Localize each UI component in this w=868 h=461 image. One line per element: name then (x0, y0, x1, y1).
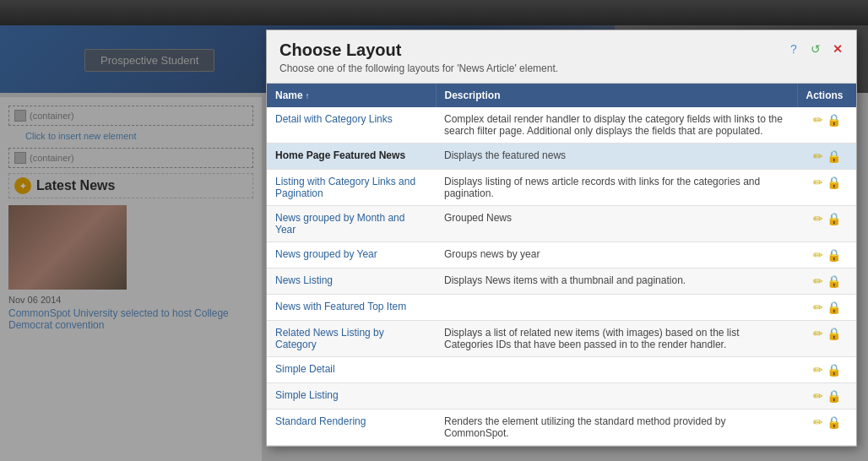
edit-icon[interactable]: ✏ (813, 327, 823, 340)
copy-icon[interactable]: 🔒 (827, 212, 841, 225)
edit-icon[interactable]: ✏ (813, 389, 823, 403)
layout-actions-cell: ✏🔒 (797, 357, 856, 383)
table-row[interactable]: Simple Detail✏🔒 (267, 357, 856, 383)
layout-name-cell[interactable]: News grouped by Year (267, 242, 436, 268)
table-row[interactable]: News with Featured Top Item✏🔒 (267, 295, 856, 321)
help-icon-button[interactable]: ? (785, 41, 802, 57)
edit-icon[interactable]: ✏ (813, 363, 823, 377)
layout-actions-cell: ✏🔒 (797, 409, 856, 446)
layout-name-cell[interactable]: Standard Rendering (267, 409, 436, 446)
layout-name-cell[interactable]: Home Page Featured News (267, 144, 436, 170)
layout-desc-cell: Displays the featured news (436, 144, 797, 170)
table-row[interactable]: Home Page Featured NewsDisplays the feat… (267, 144, 856, 170)
col-name-header[interactable]: Name (267, 84, 436, 107)
layout-desc-cell (436, 295, 797, 321)
table-row[interactable]: News grouped by Month and YearGrouped Ne… (267, 206, 856, 242)
edit-icon[interactable]: ✏ (813, 212, 823, 225)
table-header: Name Description Actions (267, 84, 856, 107)
table-row[interactable]: News grouped by YearGroups news by year✏… (267, 242, 856, 268)
copy-icon[interactable]: 🔒 (827, 274, 841, 288)
layout-name-cell[interactable]: Simple Detail (267, 357, 436, 383)
choose-layout-modal: Choose Layout Choose one of the followin… (266, 30, 857, 447)
layout-desc-cell: Groups news by year (436, 242, 797, 268)
layout-desc-cell: Renders the element utilizing the standa… (436, 409, 797, 446)
modal-title: Choose Layout (279, 41, 844, 60)
copy-icon[interactable]: 🔒 (827, 248, 841, 262)
layout-name-cell[interactable]: Related News Listing by Category (267, 321, 436, 357)
layout-name-cell[interactable]: News grouped by Month and Year (267, 206, 436, 242)
copy-icon[interactable]: 🔒 (827, 415, 841, 429)
layout-actions-cell: ✏🔒 (797, 107, 856, 144)
edit-icon[interactable]: ✏ (813, 149, 823, 163)
layout-actions-cell: ✏🔒 (797, 383, 856, 409)
layout-name-cell[interactable]: Simple Listing (267, 383, 436, 409)
edit-icon[interactable]: ✏ (813, 274, 823, 288)
edit-icon[interactable]: ✏ (813, 176, 823, 189)
edit-icon[interactable]: ✏ (813, 113, 823, 127)
layout-desc-cell: Complex detail render handler to display… (436, 107, 797, 144)
layout-table: Name Description Actions Detail with Cat… (267, 84, 856, 446)
table-row[interactable]: Standard RenderingRenders the element ut… (267, 409, 856, 446)
layout-actions-cell: ✏🔒 (797, 206, 856, 242)
table-row[interactable]: Related News Listing by CategoryDisplays… (267, 321, 856, 357)
edit-icon[interactable]: ✏ (813, 301, 823, 314)
layout-actions-cell: ✏🔒 (797, 170, 856, 206)
layout-desc-cell: Grouped News (436, 206, 797, 242)
layout-name-cell[interactable]: Listing with Category Links and Paginati… (267, 170, 436, 206)
copy-icon[interactable]: 🔒 (827, 363, 841, 377)
col-desc-header: Description (436, 84, 797, 107)
modal-actions: ? ↺ ✕ (785, 41, 846, 57)
layout-desc-cell: Displays listing of news article records… (436, 170, 797, 206)
table-row[interactable]: Listing with Category Links and Paginati… (267, 170, 856, 206)
layout-actions-cell: ✏🔒 (797, 321, 856, 357)
table-row[interactable]: Detail with Category LinksComplex detail… (267, 107, 856, 144)
copy-icon[interactable]: 🔒 (827, 301, 841, 314)
layout-name-cell[interactable]: News with Featured Top Item (267, 295, 436, 321)
modal-header: Choose Layout Choose one of the followin… (267, 30, 856, 84)
layout-name-cell[interactable]: Detail with Category Links (267, 107, 436, 144)
close-icon-button[interactable]: ✕ (829, 41, 846, 57)
layout-actions-cell: ✏🔒 (797, 242, 856, 268)
copy-icon[interactable]: 🔒 (827, 327, 841, 340)
layout-desc-cell: Displays a list of related new items (wi… (436, 321, 797, 357)
layout-table-container: Name Description Actions Detail with Cat… (267, 84, 856, 446)
layout-actions-cell: ✏🔒 (797, 268, 856, 295)
edit-icon[interactable]: ✏ (813, 415, 823, 429)
table-body: Detail with Category LinksComplex detail… (267, 107, 856, 446)
copy-icon[interactable]: 🔒 (827, 113, 841, 127)
layout-desc-cell (436, 383, 797, 409)
layout-name-cell[interactable]: News Listing (267, 268, 436, 295)
layout-desc-cell: Displays News items with a thumbnail and… (436, 268, 797, 295)
table-row[interactable]: Simple Listing✏🔒 (267, 383, 856, 409)
layout-desc-cell (436, 357, 797, 383)
layout-actions-cell: ✏🔒 (797, 144, 856, 170)
copy-icon[interactable]: 🔒 (827, 176, 841, 189)
edit-icon[interactable]: ✏ (813, 248, 823, 262)
modal-subtitle: Choose one of the following layouts for … (279, 62, 844, 74)
table-row[interactable]: News ListingDisplays News items with a t… (267, 268, 856, 295)
copy-icon[interactable]: 🔒 (827, 389, 841, 403)
refresh-icon-button[interactable]: ↺ (807, 41, 824, 57)
copy-icon[interactable]: 🔒 (827, 149, 841, 163)
col-actions-header: Actions (797, 84, 856, 107)
layout-actions-cell: ✏🔒 (797, 295, 856, 321)
